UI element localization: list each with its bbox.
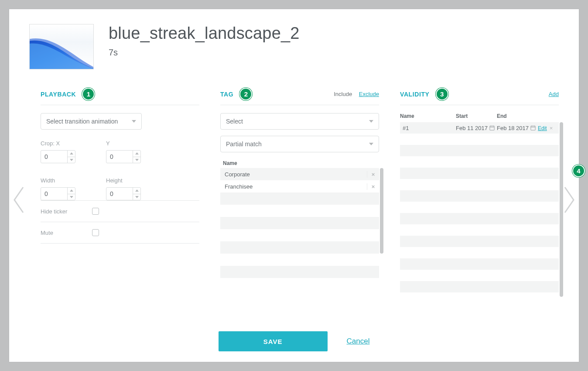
playback-title: PLAYBACK — [41, 91, 76, 98]
crop-y-step-down[interactable] — [133, 157, 140, 163]
validity-row — [400, 168, 559, 179]
validity-col-name: Name — [400, 113, 456, 119]
transition-select[interactable]: Select transition animation — [41, 113, 142, 130]
tag-match-label: Partial match — [226, 141, 262, 148]
validity-row — [400, 134, 559, 145]
width-label: Width — [41, 177, 75, 184]
chevron-down-icon — [369, 120, 373, 123]
validity-title: VALIDITY — [400, 91, 430, 98]
prev-arrow[interactable] — [11, 186, 27, 214]
tag-row — [220, 217, 379, 229]
tag-row — [220, 278, 379, 290]
validity-remove-icon[interactable]: × — [550, 125, 553, 131]
tag-title: TAG — [220, 91, 233, 98]
validity-section: VALIDITY 3 Add Name Start End #1Feb 11 2… — [400, 88, 559, 292]
validity-edit-link[interactable]: Edit — [538, 125, 547, 131]
height-label: Height — [106, 177, 141, 184]
tag-row — [220, 254, 379, 266]
validity-row-start[interactable]: Feb 11 2017 — [456, 125, 497, 131]
asset-thumbnail — [29, 24, 94, 69]
validity-row-end[interactable]: Feb 18 2017 — [497, 125, 538, 131]
footer: SAVE Cancel — [9, 331, 579, 351]
tag-name-header: Name — [223, 160, 379, 166]
chevron-down-icon — [369, 143, 373, 145]
width-step-up[interactable] — [68, 188, 75, 194]
tag-match-select[interactable]: Partial match — [220, 136, 379, 152]
validity-row — [400, 202, 559, 213]
cancel-link[interactable]: Cancel — [347, 337, 370, 346]
header: blue_streak_landscape_2 7s — [9, 9, 579, 69]
tag-exclude-link[interactable]: Exclude — [359, 91, 379, 97]
validity-row: #1Feb 11 2017Feb 18 2017Edit× — [400, 122, 559, 134]
tag-include-link[interactable]: Include — [334, 91, 352, 97]
width-step-down[interactable] — [68, 194, 75, 200]
tag-row — [220, 205, 379, 217]
tag-select[interactable]: Select — [220, 113, 379, 130]
tag-row: Corporate× — [220, 168, 379, 180]
crop-x-step-down[interactable] — [68, 157, 75, 163]
asset-title: blue_streak_landscape_2 — [109, 24, 300, 43]
validity-row — [400, 145, 559, 156]
badge-3: 3 — [436, 88, 448, 100]
tag-row — [220, 192, 379, 205]
validity-row — [400, 190, 559, 202]
scrollbar[interactable] — [380, 168, 383, 254]
hide-ticker-label: Hide ticker — [41, 208, 92, 215]
tag-row-name: Franchisee — [220, 183, 367, 190]
tag-row — [220, 266, 379, 278]
validity-row-name: #1 — [400, 125, 456, 131]
tag-select-label: Select — [226, 118, 243, 125]
crop-x-label: Crop: X — [41, 140, 75, 147]
validity-row — [400, 281, 559, 292]
svg-rect-0 — [490, 126, 494, 130]
badge-1: 1 — [82, 88, 95, 100]
crop-y-label: Y — [106, 140, 141, 147]
validity-add-link[interactable]: Add — [549, 91, 559, 97]
playback-section: PLAYBACK 1 Select transition animation C… — [41, 88, 199, 292]
validity-row — [400, 224, 559, 236]
mute-checkbox[interactable] — [92, 229, 99, 236]
tag-row: Franchisee× — [220, 180, 379, 192]
validity-row — [400, 247, 559, 258]
validity-row — [400, 156, 559, 168]
validity-row — [400, 258, 559, 270]
badge-2: 2 — [239, 88, 252, 100]
hide-ticker-checkbox[interactable] — [92, 208, 99, 215]
modal-panel: blue_streak_landscape_2 7s PLAYBACK 1 Se… — [9, 9, 579, 362]
validity-row — [400, 270, 559, 281]
tag-list: Corporate×Franchisee× — [220, 168, 379, 290]
height-step-down[interactable] — [133, 194, 140, 200]
mute-label: Mute — [41, 230, 92, 236]
height-step-up[interactable] — [133, 188, 140, 194]
validity-row — [400, 236, 559, 247]
validity-row — [400, 213, 559, 224]
validity-row — [400, 179, 559, 190]
save-button[interactable]: SAVE — [219, 331, 328, 351]
remove-tag-icon[interactable]: × — [367, 171, 379, 178]
tag-row-name: Corporate — [220, 171, 367, 178]
validity-col-end: End — [497, 113, 538, 119]
crop-y-step-up[interactable] — [133, 151, 140, 157]
validity-row-actions: Edit× — [538, 125, 559, 131]
validity-rows: #1Feb 11 2017Feb 18 2017Edit× — [400, 122, 559, 292]
crop-x-step-up[interactable] — [68, 151, 75, 157]
validity-col-start: Start — [456, 113, 497, 119]
transition-select-label: Select transition animation — [46, 118, 118, 125]
chevron-down-icon — [132, 120, 136, 123]
tag-section: TAG 2 Include Exclude Select Partial mat… — [220, 88, 379, 292]
next-arrow[interactable] — [561, 186, 577, 214]
remove-tag-icon[interactable]: × — [367, 183, 379, 190]
svg-rect-4 — [531, 126, 535, 130]
asset-duration: 7s — [109, 48, 300, 58]
tag-row — [220, 241, 379, 254]
tag-row — [220, 229, 379, 241]
badge-4: 4 — [572, 165, 585, 177]
